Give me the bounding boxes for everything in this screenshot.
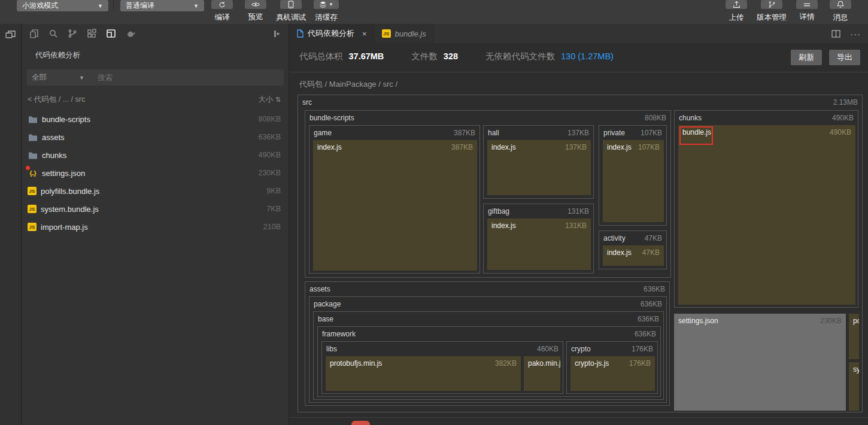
details-button[interactable]: 详情 xyxy=(794,0,820,23)
treemap-group-game[interactable]: game387KBindex.js387KB xyxy=(309,125,480,274)
treemap-node-label: hall xyxy=(488,129,499,137)
treemap-node-label: system.bundle.js xyxy=(853,365,859,374)
treemap-node-header: pako.min.js xyxy=(524,356,560,371)
file-row-polyfills.bundle.js[interactable]: JSpolyfills.bundle.js9KB xyxy=(22,182,289,200)
treemap-node-header: game387KB xyxy=(309,126,479,140)
more-actions-icon[interactable]: ··· xyxy=(850,29,861,39)
treemap-node-label: crypto xyxy=(571,345,591,353)
treemap-node-size: 107KB xyxy=(641,129,662,137)
treemap-node-size: 131KB xyxy=(567,207,589,215)
file-size: 808KB xyxy=(258,115,281,123)
file-row-import-map.js[interactable]: JSimport-map.js210B xyxy=(22,218,289,236)
treemap-group-assets[interactable]: assets636KBpackage636KBbase636KBframewor… xyxy=(305,281,670,406)
version-manage-button[interactable]: 版本管理 xyxy=(757,0,787,23)
treemap-group-base[interactable]: base636KBframework636KBlibs460KBprotobuf… xyxy=(313,311,664,400)
treemap-node-header: bundle-scripts808KB xyxy=(305,111,670,125)
notification-badge[interactable] xyxy=(351,421,370,425)
treemap-group-giftbag[interactable]: giftbag131KBindex.js131KB xyxy=(483,204,594,274)
file-row-system.bundle.js[interactable]: JSsystem.bundle.js7KB xyxy=(22,200,289,218)
treemap-node-label: index.js xyxy=(317,143,342,151)
compile-button[interactable]: 编译 xyxy=(209,0,235,23)
sidebar: 代码依赖分析 全部 ▼ < 代码包 / ... / src 大小 ⇅ bundl… xyxy=(22,24,289,425)
treemap-leaf-protobufjs.min.js[interactable]: protobufjs.min.js382KB xyxy=(326,356,521,391)
upload-button[interactable]: 上传 xyxy=(723,0,749,23)
file-name: system.bundle.js xyxy=(41,205,99,214)
treemap-group-private[interactable]: private107KBindex.js107KB xyxy=(599,125,667,226)
panel-title: 代码依赖分析 xyxy=(35,50,289,60)
file-row-bundle-scripts[interactable]: bundle-scripts808KB xyxy=(22,110,289,128)
dependency-analysis-icon[interactable] xyxy=(106,29,116,38)
device-debug-button[interactable]: 真机调试 xyxy=(276,0,306,23)
treemap-leaf-crypto-js.js[interactable]: crypto-js.js176KB xyxy=(570,356,655,391)
file-name: import-map.js xyxy=(41,223,88,232)
filter-select[interactable]: 全部 ▼ xyxy=(27,72,90,83)
treemap-leaf-index.js[interactable]: index.js47KB xyxy=(603,245,664,266)
treemap-node-label: assets xyxy=(309,285,330,293)
treemap-leaf-polyfills.bundle.js[interactable]: polyfills.bundle.js xyxy=(849,314,859,359)
treemap-node-size: 808KB xyxy=(645,114,666,122)
teapot-icon[interactable] xyxy=(126,29,136,38)
treemap-group-framework[interactable]: framework636KBlibs460KBprotobufjs.min.js… xyxy=(317,326,661,397)
file-name: settings.json xyxy=(42,169,85,178)
treemap-node-label: index.js xyxy=(607,143,632,151)
toolbar-separator xyxy=(113,1,114,10)
treemap-breadcrumb[interactable]: 代码包 / MainPackage / src / xyxy=(299,79,397,90)
tab-bundle-js[interactable]: JS bundle.js xyxy=(375,24,434,43)
treemap-group-package[interactable]: package636KBbase636KBframework636KBlibs4… xyxy=(309,296,667,403)
message-button[interactable]: 消息 xyxy=(827,0,854,23)
source-control-icon[interactable] xyxy=(68,29,77,38)
treemap-node-header: polyfills.bundle.js xyxy=(849,314,859,328)
treemap-leaf-pako.min.js[interactable]: pako.min.js xyxy=(524,356,560,391)
files-icon[interactable] xyxy=(29,29,39,39)
treemap-node-header: giftbag131KB xyxy=(484,204,593,218)
clear-cache-icon xyxy=(319,1,327,8)
simulator-restore-icon[interactable] xyxy=(5,29,17,40)
search-icon[interactable] xyxy=(48,29,58,38)
collapse-sidebar-icon[interactable] xyxy=(270,29,280,38)
file-size: 9KB xyxy=(266,187,281,195)
close-icon[interactable]: × xyxy=(362,29,367,38)
treemap-leaf-system.bundle.js[interactable]: system.bundle.js xyxy=(849,362,859,411)
treemap-group-activity[interactable]: activity47KBindex.js47KB xyxy=(599,230,667,269)
tab-bar: 代码依赖分析 × JS bundle.js ··· xyxy=(290,24,868,43)
treemap-leaf-index.js[interactable]: index.js107KB xyxy=(603,140,664,222)
treemap-group-src[interactable]: src2.13MBbundle-scripts808KBgame387KBind… xyxy=(298,95,863,412)
treemap-node-size: 230KB xyxy=(820,317,842,325)
split-editor-icon[interactable] xyxy=(831,30,840,38)
clear-cache-button[interactable]: ▼ 清缓存 xyxy=(313,0,339,23)
sort-arrows-icon: ⇅ xyxy=(275,96,281,103)
tab-dependency-analysis[interactable]: 代码依赖分析 × xyxy=(290,24,375,43)
compile-select[interactable]: 普通编译 ▼ xyxy=(120,0,204,11)
breadcrumb[interactable]: < 代码包 / ... / src xyxy=(28,95,85,105)
file-size: 210B xyxy=(263,223,281,231)
export-button[interactable]: 导出 xyxy=(829,50,860,65)
file-row-assets[interactable]: assets636KB xyxy=(22,128,289,146)
treemap-leaf-index.js[interactable]: index.js137KB xyxy=(487,140,591,195)
preview-button[interactable]: 预览 xyxy=(242,0,269,23)
folder-icon xyxy=(28,150,38,160)
file-size: 7KB xyxy=(266,205,281,213)
treemap-leaf-settings.json[interactable]: settings.json230KB xyxy=(674,314,846,411)
treemap-group-libs[interactable]: libs460KBprotobufjs.min.js382KBpako.min.… xyxy=(321,341,563,394)
sort-by-size[interactable]: 大小 ⇅ xyxy=(258,95,281,105)
top-toolbar: 小游戏模式 ▼ 普通编译 ▼ 编译 预览 真机调试 ▼ 清缓存 xyxy=(0,0,868,24)
search-input[interactable] xyxy=(90,74,284,82)
file-row-settings.json[interactable]: {..}settings.json230KB xyxy=(22,164,289,182)
treemap-leaf-bundle.js[interactable]: bundle.js490KB xyxy=(678,125,855,305)
treemap-group-bundle-scripts[interactable]: bundle-scripts808KBgame387KBindex.js387K… xyxy=(305,110,671,278)
refresh-button[interactable]: 刷新 xyxy=(791,50,822,65)
treemap-group-hall[interactable]: hall137KBindex.js137KB xyxy=(483,125,594,199)
treemap-node-header: system.bundle.js xyxy=(849,362,859,377)
js-file-icon: JS xyxy=(28,223,37,231)
file-name: chunks xyxy=(42,151,66,160)
search-highlight-box xyxy=(679,126,713,145)
treemap-leaf-index.js[interactable]: index.js131KB xyxy=(487,218,591,270)
treemap-group-chunks[interactable]: chunks490KBbundle.js490KB xyxy=(674,110,858,308)
treemap-group-crypto[interactable]: crypto176KBcrypto-js.js176KB xyxy=(566,341,658,394)
chevron-down-icon: ▼ xyxy=(79,75,84,81)
extensions-icon[interactable] xyxy=(87,29,96,38)
treemap-leaf-index.js[interactable]: index.js387KB xyxy=(313,140,477,271)
mode-select[interactable]: 小游戏模式 ▼ xyxy=(17,0,108,11)
file-row-chunks[interactable]: chunks490KB xyxy=(22,146,289,164)
treemap: src2.13MBbundle-scripts808KBgame387KBind… xyxy=(298,95,863,412)
